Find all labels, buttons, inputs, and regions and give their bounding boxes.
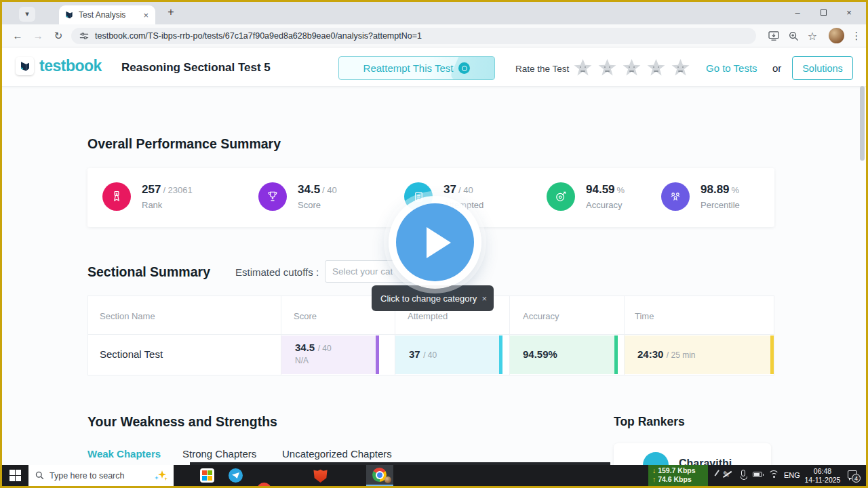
search-highlights-icon[interactable]	[157, 470, 167, 481]
stat-percentile: 98.89% Percentile	[661, 182, 740, 211]
score-cell: 34.5 / 40 N/A	[281, 336, 379, 374]
download-arrow-icon: ↓	[652, 466, 658, 474]
upload-arrow-icon: ↑	[652, 475, 658, 483]
accuracy-cell: 94.59%	[510, 336, 618, 374]
maximize-button[interactable]	[810, 3, 836, 21]
stat-rank: 257/ 23061 Rank	[102, 182, 193, 211]
net-download: 159.7 Kbps	[658, 466, 695, 474]
new-tab-button[interactable]: +	[163, 6, 178, 18]
star-rating-icon[interactable]	[598, 59, 616, 77]
battery-icon[interactable]	[753, 472, 762, 477]
rank-label: Rank	[142, 200, 193, 210]
rate-test-label: Rate the Test	[515, 64, 569, 74]
browser-toolbar: ← → ↻ testbook.com/TS-ibps-rrb-po/tests/…	[2, 24, 866, 47]
estimated-cutoffs-label: Estimated cutoffs :	[235, 266, 319, 278]
tab-close-icon[interactable]: ×	[142, 10, 150, 20]
tab-uncategorized-chapters[interactable]: Uncategorized Chapters	[282, 448, 392, 460]
row-section-name[interactable]: Sectional Test	[100, 348, 163, 360]
telegram-icon[interactable]	[229, 468, 243, 483]
tooltip-close-icon[interactable]: ×	[481, 293, 487, 304]
pen-disabled-icon[interactable]: ✎	[723, 470, 730, 479]
score-label: Score	[298, 200, 337, 210]
zoom-icon[interactable]	[785, 28, 802, 44]
site-settings-icon[interactable]	[79, 31, 89, 41]
wifi-icon[interactable]	[768, 470, 779, 479]
tab-weak-chapters[interactable]: Weak Chapters	[87, 448, 161, 460]
testbook-logo[interactable]: testbook	[16, 57, 102, 75]
active-chrome-window[interactable]	[366, 465, 393, 486]
medal-icon	[102, 182, 131, 211]
star-rating-icon[interactable]	[623, 59, 641, 77]
chrome-icon[interactable]	[257, 483, 271, 488]
col-header-section: Section Name	[100, 311, 155, 321]
windows-taskbar: Type here to search ↓ 159.7 Kbps ↑ 74.6 …	[2, 465, 866, 486]
browser-tab[interactable]: Test Analysis ×	[59, 5, 155, 24]
back-button[interactable]: ←	[9, 27, 26, 45]
row-score: 34.5	[295, 342, 315, 353]
testbook-logo-icon	[16, 57, 34, 75]
tab-title: Test Analysis	[79, 10, 142, 20]
tray-time: 06:48	[801, 467, 844, 476]
minimize-button[interactable]: –	[785, 3, 810, 21]
star-rating-icon[interactable]	[647, 59, 665, 77]
play-icon	[396, 203, 474, 281]
row-score-sub: N/A	[295, 356, 379, 365]
hidden-icons-caret[interactable]	[715, 470, 719, 476]
tab-search-button[interactable]: ▾	[19, 7, 35, 22]
overall-summary-title: Overall Performance Summary	[87, 136, 281, 152]
brand-wordmark: testbook	[39, 57, 102, 75]
maximize-icon	[821, 9, 827, 16]
reattempt-test-button[interactable]: Reattempt This Test	[338, 56, 495, 80]
window-controls: – ×	[785, 3, 862, 21]
taskbar-search[interactable]: Type here to search	[28, 465, 174, 486]
category-select-placeholder: Select your cat	[332, 266, 393, 277]
bookmark-star-icon[interactable]: ☆	[804, 28, 821, 44]
stat-score: 34.5/ 40 Score	[258, 182, 337, 211]
tray-date: 14-11-2025	[801, 476, 844, 485]
brave-icon[interactable]	[313, 468, 328, 483]
close-window-button[interactable]: ×	[836, 3, 862, 21]
star-rating-icon[interactable]	[574, 59, 592, 77]
install-icon[interactable]	[766, 28, 782, 44]
video-play-button[interactable]	[389, 196, 481, 289]
reload-button[interactable]: ↻	[50, 27, 67, 45]
language-indicator[interactable]: ENG	[784, 471, 800, 479]
page-title: Reasoning Sectional Test 5	[121, 61, 271, 75]
start-button[interactable]	[9, 470, 21, 481]
tooltip-text: Click to change category	[380, 293, 477, 304]
search-placeholder: Type here to search	[50, 471, 157, 481]
weakness-title: Your Weakness and Strengths	[87, 414, 277, 430]
percentile-people-icon	[661, 182, 690, 211]
browser-menu-icon[interactable]: ⋮	[848, 28, 865, 44]
rank-total: / 23061	[163, 185, 192, 195]
browser-tab-strip: ▾ Test Analysis × + – ×	[2, 2, 866, 24]
solutions-button[interactable]: Solutions	[792, 56, 853, 80]
row-time: 24:30	[637, 348, 663, 360]
testbook-favicon	[64, 10, 74, 20]
trophy-icon	[258, 182, 287, 211]
forward-button[interactable]: →	[29, 27, 47, 45]
percentile-value: 98.89	[701, 183, 730, 196]
site-header: testbook Reasoning Sectional Test 5 Reat…	[2, 47, 866, 87]
star-rating-icon[interactable]	[671, 59, 690, 77]
url-bar[interactable]: testbook.com/TS-ibps-rrb-po/tests/67c1a7…	[71, 28, 756, 44]
browser-profile-avatar[interactable]	[829, 28, 844, 43]
button-decoration	[450, 56, 495, 80]
tab-strong-chapters[interactable]: Strong Chapters	[182, 448, 256, 460]
target-icon	[547, 182, 575, 211]
search-icon	[35, 471, 44, 480]
accuracy-label: Accuracy	[586, 200, 625, 210]
microphone-icon[interactable]	[741, 470, 745, 476]
microsoft-store-icon[interactable]	[200, 468, 214, 483]
row-accuracy: 94.59%	[523, 348, 557, 360]
page-scrollbar[interactable]	[860, 86, 865, 161]
stat-accuracy: 94.59% Accuracy	[547, 182, 625, 211]
go-to-tests-link[interactable]: Go to Tests	[706, 62, 757, 74]
clock[interactable]: 06:48 14-11-2025	[801, 467, 844, 485]
col-header-time: Time	[635, 311, 654, 321]
profile-mini-avatar	[384, 476, 391, 483]
col-header-attempted: Attempted	[408, 311, 448, 321]
row-attempted: 37	[409, 348, 420, 360]
screen: ▾ Test Analysis × + – × ← → ↻ testb	[0, 0, 868, 488]
network-speed-widget[interactable]: ↓ 159.7 Kbps ↑ 74.6 Kbps	[648, 465, 708, 486]
